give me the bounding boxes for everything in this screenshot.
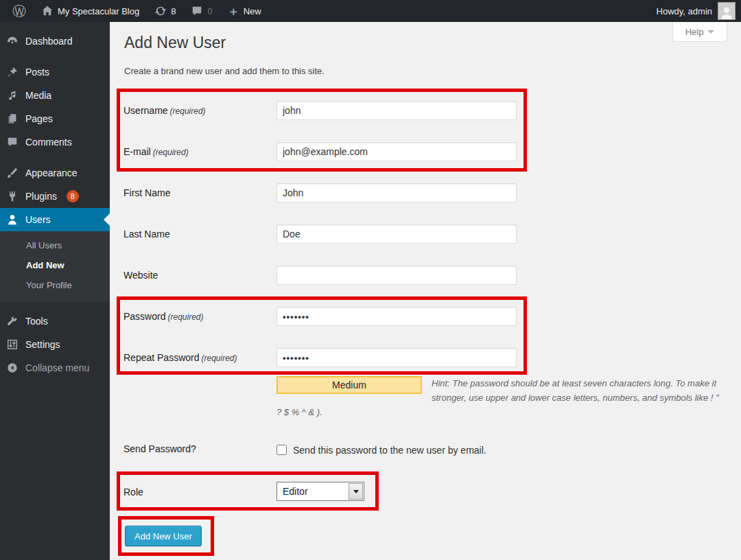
select-dropdown-button[interactable] [349,483,363,500]
sidebar-item-plugins[interactable]: Plugins 8 [0,185,110,208]
chevron-down-icon [353,490,359,493]
help-label: Help [685,27,704,37]
sidebar-item-comments[interactable]: Comments [0,130,110,154]
add-new-user-button[interactable]: Add New User [125,526,202,546]
repeat-password-input[interactable] [277,348,517,367]
first-name-label: First Name [124,187,170,198]
send-password-label: Send Password? [124,443,196,454]
sidebar-label: Settings [25,339,60,350]
comment-bubble-icon [191,5,203,17]
user-silhouette-icon [720,5,733,19]
form-row-role: Role Editor [124,482,727,501]
home-icon [41,5,54,17]
website-label: Website [124,270,158,281]
form-row-username: Username(required) [124,101,727,120]
wordpress-logo-icon[interactable]: Ⓦ [7,0,32,22]
sidebar-item-media[interactable]: Media [0,84,110,107]
website-input[interactable] [277,266,517,285]
appearance-brush-icon [6,167,19,179]
users-submenu: All Users Add New Your Profile [0,231,110,302]
sidebar-label: Tools [25,316,48,327]
role-label: Role [124,487,143,498]
sidebar-label: Users [25,214,51,225]
updates-icon [154,5,167,17]
form-row-email: E-mail(required) [124,142,727,161]
page-title: Add New User [124,34,226,52]
submenu-item-all-users[interactable]: All Users [0,235,110,255]
sidebar-label: Dashboard [25,36,73,47]
last-name-label: Last Name [124,229,170,240]
updates-link[interactable]: 8 [149,0,181,22]
sidebar-item-users[interactable]: Users [0,208,110,231]
plugins-icon [6,190,19,202]
form-row-repeat-password: Repeat Password(required) [124,348,727,367]
page-intro: Create a brand new user and add them to … [124,66,325,76]
submenu-item-your-profile[interactable]: Your Profile [0,275,110,295]
form-row-password: Password(required) [124,307,727,326]
comments-link[interactable]: 0 [185,0,217,22]
pushpin-icon [6,66,19,78]
help-button[interactable]: Help [672,23,727,42]
username-label: Username [124,105,168,116]
sidebar-label: Plugins [25,191,57,202]
send-password-checkbox[interactable] [277,445,287,455]
role-select[interactable]: Editor [277,482,364,501]
sidebar-item-appearance[interactable]: Appearance [0,161,110,185]
main-content: Help Add New User Create a brand new use… [110,22,741,560]
sidebar-label: Media [25,90,51,101]
plugins-update-badge: 8 [67,190,79,202]
send-password-checkbox-label: Send this password to the new user by em… [293,443,486,457]
media-icon [6,89,19,102]
sidebar-label: Appearance [25,167,78,178]
required-hint: (required) [167,312,203,322]
sidebar-item-tools[interactable]: Tools [0,310,110,333]
role-selected-value: Editor [277,486,349,497]
password-input[interactable] [277,307,517,326]
plus-icon: ＋ [228,5,239,17]
chevron-down-icon [707,30,714,34]
sidebar-item-posts[interactable]: Posts [0,60,110,84]
pages-icon [6,113,19,125]
collapse-arrow-icon [6,362,19,374]
form-row-send-password: Send Password? Send this password to the… [124,442,727,457]
password-strength-meter: Medium [277,376,422,394]
comment-count: 0 [207,6,212,16]
required-hint: (required) [170,106,206,116]
email-input[interactable] [277,142,517,161]
sidebar-label: Collapse menu [25,362,89,373]
tools-wrench-icon [6,315,19,327]
sidebar-label: Comments [25,137,72,148]
dashboard-icon [6,35,19,47]
update-count: 8 [171,6,176,16]
comments-icon [6,136,19,148]
site-name: My Spectacular Blog [58,6,139,16]
username-input[interactable] [277,101,517,120]
form-row-last-name: Last Name [124,224,727,244]
avatar[interactable] [718,2,736,20]
admin-bar: Ⓦ My Spectacular Blog 8 0 ＋ New Howdy, a… [0,0,741,22]
last-name-input[interactable] [277,224,517,244]
sidebar-label: Posts [25,67,49,78]
repeat-password-label: Repeat Password [124,352,200,363]
new-label: New [244,6,261,16]
submenu-item-add-new[interactable]: Add New [0,255,110,275]
password-strength-area: Medium Hint: The password should be at l… [277,376,719,419]
password-label: Password [124,311,165,322]
sidebar-item-collapse-menu[interactable]: Collapse menu [0,356,110,380]
form-row-first-name: First Name [124,183,727,202]
current-menu-arrow [104,213,110,226]
first-name-input[interactable] [277,183,517,202]
users-icon [6,213,19,226]
sidebar-item-settings[interactable]: Settings [0,333,110,356]
sidebar-label: Pages [25,113,53,124]
admin-sidebar: Dashboard Posts Media Pages Comments App… [0,22,110,560]
site-name-link[interactable]: My Spectacular Blog [36,0,145,22]
new-content-link[interactable]: ＋ New [222,0,267,22]
required-hint: (required) [202,353,237,363]
howdy-text[interactable]: Howdy, admin [657,6,712,16]
sidebar-item-pages[interactable]: Pages [0,107,110,130]
required-hint: (required) [153,148,189,157]
sidebar-item-dashboard[interactable]: Dashboard [0,30,110,53]
email-label: E-mail [124,146,151,157]
form-row-website: Website [124,266,727,285]
